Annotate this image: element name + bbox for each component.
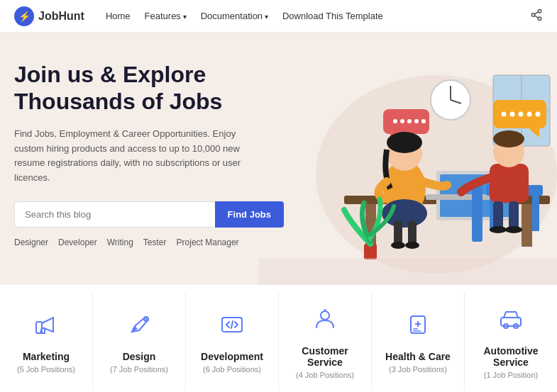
marketing-positions: (5 Job Positions) [17, 365, 75, 374]
svg-rect-36 [394, 220, 402, 245]
svg-point-49 [490, 226, 507, 233]
svg-point-34 [387, 132, 422, 153]
tag-project-manager[interactable]: Project Manager [177, 237, 239, 247]
design-positions: (7 Job Positions) [110, 365, 168, 374]
health-care-label: Health & Care [385, 351, 451, 362]
svg-rect-43 [472, 185, 482, 242]
health-care-icon [405, 312, 431, 342]
search-tags: Designer Developer Writing Tester Projec… [14, 237, 284, 247]
svg-point-50 [505, 226, 522, 233]
svg-rect-28 [522, 204, 532, 247]
svg-rect-44 [490, 164, 529, 203]
svg-point-15 [400, 119, 404, 123]
nav-download[interactable]: Download This Template [282, 11, 383, 21]
tag-tester[interactable]: Tester [143, 237, 167, 247]
navbar: ⚡ JobHunt Home Features Documentation Do… [0, 0, 557, 33]
logo-icon: ⚡ [14, 6, 34, 26]
svg-point-16 [407, 119, 412, 123]
hero-content: Join us & Explore Thousands of Jobs Find… [14, 61, 284, 247]
tag-developer[interactable]: Developer [58, 237, 97, 247]
svg-point-24 [527, 112, 532, 117]
nav-links: Home Features Documentation Download Thi… [106, 11, 530, 21]
category-marketing[interactable]: Marketing (5 Job Positions) [0, 292, 93, 391]
marketing-label: Marketing [23, 351, 70, 362]
categories-section: Marketing (5 Job Positions) Design (7 Jo… [0, 284, 557, 392]
category-customer-service[interactable]: Customer Service (4 Job Positions) [279, 292, 372, 391]
development-icon [219, 312, 245, 342]
svg-rect-42 [532, 196, 539, 231]
development-positions: (6 Job Positions) [203, 365, 261, 374]
search-input[interactable] [14, 201, 215, 228]
automotive-label: Automotive Service [472, 345, 550, 368]
svg-rect-48 [509, 201, 519, 230]
marketing-icon [33, 312, 59, 342]
automotive-positions: (1 Job Position) [484, 371, 538, 379]
svg-point-17 [414, 119, 419, 123]
svg-line-3 [534, 16, 538, 18]
svg-rect-37 [408, 220, 417, 245]
share-icon[interactable] [530, 9, 543, 24]
nav-home[interactable]: Home [106, 11, 131, 21]
svg-point-25 [536, 112, 541, 117]
svg-point-23 [519, 112, 524, 117]
svg-point-14 [393, 119, 397, 123]
design-label: Design [123, 351, 156, 362]
automotive-icon [498, 306, 524, 337]
hero-section: Join us & Explore Thousands of Jobs Find… [0, 33, 557, 284]
tag-designer[interactable]: Designer [14, 237, 48, 247]
search-bar: Find Jobs [14, 201, 284, 228]
svg-point-21 [502, 112, 507, 117]
svg-line-56 [231, 321, 233, 328]
category-design[interactable]: Design (7 Job Positions) [93, 292, 186, 391]
tag-writing[interactable]: Writing [107, 237, 133, 247]
hero-title: Join us & Explore Thousands of Jobs [14, 61, 284, 116]
design-icon [126, 312, 152, 342]
svg-point-57 [321, 311, 329, 320]
category-development[interactable]: Development (6 Job Positions) [186, 292, 279, 391]
svg-point-38 [391, 242, 405, 249]
nav-features[interactable]: Features [145, 11, 187, 21]
category-automotive[interactable]: Automotive Service (1 Job Position) [465, 292, 557, 391]
logo-text: JobHunt [38, 10, 84, 23]
find-jobs-button[interactable]: Find Jobs [215, 201, 284, 228]
customer-service-positions: (4 Job Positions) [296, 371, 354, 379]
logo[interactable]: ⚡ JobHunt [14, 6, 84, 26]
nav-documentation[interactable]: Documentation [201, 11, 268, 21]
hero-description: Find Jobs, Employment & Career Opportuni… [14, 127, 248, 186]
development-label: Development [201, 351, 263, 362]
customer-service-icon [312, 306, 338, 337]
svg-rect-47 [493, 201, 503, 230]
svg-rect-52 [259, 258, 557, 284]
category-health-care[interactable]: Health & Care (3 Job Positions) [372, 292, 465, 391]
svg-line-4 [534, 11, 538, 13]
svg-point-46 [493, 130, 524, 147]
svg-point-18 [421, 119, 426, 123]
hero-illustration [259, 33, 557, 284]
svg-point-22 [510, 112, 515, 117]
health-care-positions: (3 Job Positions) [389, 365, 447, 374]
svg-point-39 [405, 242, 419, 249]
customer-service-label: Customer Service [286, 345, 364, 368]
svg-point-35 [382, 199, 427, 228]
